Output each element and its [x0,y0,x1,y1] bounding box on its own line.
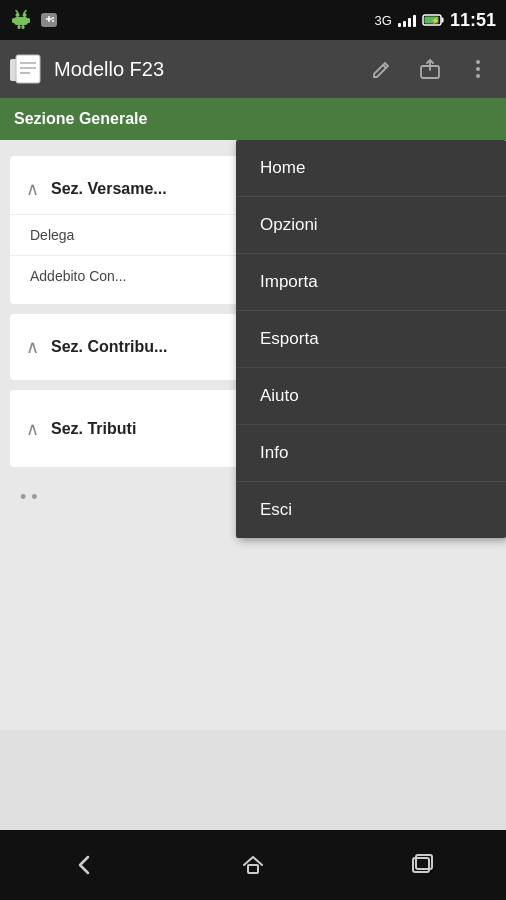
section-general-label: Sezione Generale [14,110,147,128]
main-content: ∧ Sez. Versame... Delega Addebito Con...… [0,140,506,730]
menu-item-aiuto[interactable]: Aiuto [236,368,506,425]
menu-aiuto-label: Aiuto [260,386,299,405]
svg-point-25 [476,67,480,71]
dropdown-menu: Home Opzioni Importa Esporta Aiuto Info … [236,140,506,538]
battery-icon: ⚡ [422,13,444,27]
back-button[interactable] [54,845,114,885]
menu-home-label: Home [260,158,305,177]
svg-point-12 [52,17,54,19]
section-general-header: Sezione Generale [0,98,506,140]
svg-rect-2 [14,17,28,25]
menu-item-importa[interactable]: Importa [236,254,506,311]
menu-importa-label: Importa [260,272,318,291]
menu-item-esci[interactable]: Esci [236,482,506,538]
dropdown-overlay: Home Opzioni Importa Esporta Aiuto Info … [0,140,506,730]
app-bar-actions [362,49,498,89]
status-bar-left [10,9,60,31]
svg-rect-5 [18,25,21,29]
svg-rect-19 [16,55,40,83]
svg-rect-4 [27,18,30,23]
android-icon [10,9,32,31]
svg-rect-6 [22,25,25,29]
more-options-button[interactable] [458,49,498,89]
svg-rect-27 [248,865,258,873]
svg-line-7 [16,11,18,14]
app-bar: Modello F23 [0,40,506,98]
svg-point-1 [23,13,27,17]
edit-button[interactable] [362,49,402,89]
signal-icon [398,13,416,27]
svg-point-24 [476,60,480,64]
app-title: Modello F23 [54,58,362,81]
recents-button[interactable] [392,845,452,885]
menu-item-esporta[interactable]: Esporta [236,311,506,368]
network-label: 3G [375,13,392,28]
svg-point-26 [476,74,480,78]
svg-point-0 [16,13,20,17]
menu-opzioni-label: Opzioni [260,215,318,234]
status-bar-right: 3G ⚡ 11:51 [375,10,496,31]
menu-esci-label: Esci [260,500,292,519]
menu-esporta-label: Esporta [260,329,319,348]
share-button[interactable] [410,49,450,89]
svg-point-13 [52,20,54,22]
menu-item-opzioni[interactable]: Opzioni [236,197,506,254]
game-icon [38,9,60,31]
svg-rect-16 [441,18,443,23]
menu-item-home[interactable]: Home [236,140,506,197]
nav-bar [0,830,506,900]
svg-rect-3 [12,18,15,23]
svg-text:⚡: ⚡ [431,16,440,25]
app-logo [8,51,44,87]
status-time: 11:51 [450,10,496,31]
svg-line-8 [24,11,26,14]
menu-info-label: Info [260,443,288,462]
menu-item-info[interactable]: Info [236,425,506,482]
status-bar: 3G ⚡ 11:51 [0,0,506,40]
home-button[interactable] [223,845,283,885]
